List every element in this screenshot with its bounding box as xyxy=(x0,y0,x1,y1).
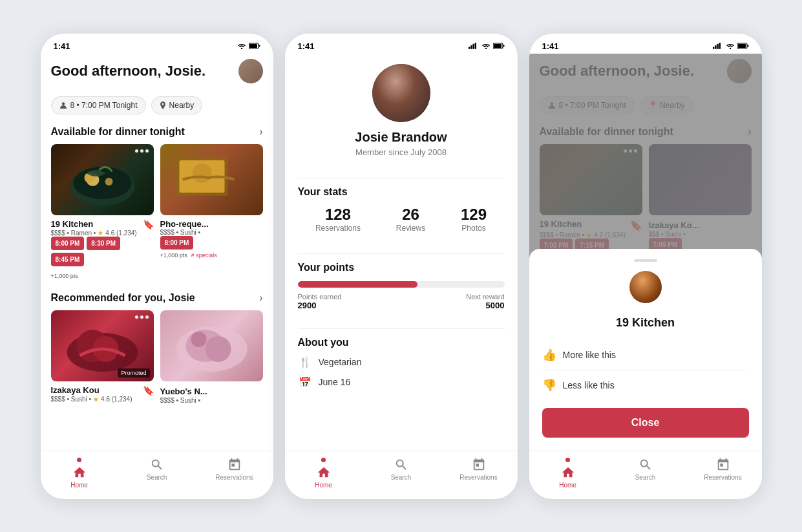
svg-point-18 xyxy=(205,336,231,362)
stat-photos: 129 Photos xyxy=(461,206,487,233)
home-screen: Good afternoon, Josie. 8 • 7:00 PM Tonig… xyxy=(41,54,273,404)
status-time-1: 1:41 xyxy=(54,41,70,51)
pho-illustration xyxy=(160,144,263,215)
svg-point-19 xyxy=(191,332,206,347)
wifi-icon-2 xyxy=(481,43,491,49)
close-button[interactable]: Close xyxy=(542,408,749,438)
status-bar-2: 1:41 xyxy=(285,34,518,54)
stat-label-reservations: Reservations xyxy=(315,224,361,233)
time-8pm[interactable]: 8:00 PM xyxy=(51,237,85,250)
points-earned-val: 2900 xyxy=(298,301,342,310)
nav-search-1[interactable]: Search xyxy=(118,458,196,489)
nav-home-label-3: Home xyxy=(559,482,576,489)
guests-filter[interactable]: 8 • 7:00 PM Tonight xyxy=(51,96,146,114)
profile-avatar xyxy=(372,64,430,122)
avatar-1[interactable] xyxy=(238,59,263,83)
home-icon-3 xyxy=(561,465,575,480)
nav-home-1[interactable]: Home xyxy=(41,458,118,489)
nav-reservations-label-1: Reservations xyxy=(215,474,253,481)
more-like-this-action[interactable]: 👍 More like this xyxy=(542,340,749,370)
calendar-icon-1 xyxy=(227,458,242,472)
svg-rect-26 xyxy=(503,45,504,47)
card-image-izakaya: Promoted xyxy=(51,310,154,381)
nav-reservations-3[interactable]: Reservations xyxy=(684,458,762,489)
section1-header: Available for dinner tonight › xyxy=(51,126,263,138)
dot3-iz xyxy=(145,315,149,319)
nav-reservations-1[interactable]: Reservations xyxy=(196,458,273,489)
about-vegetarian: 🍴 Vegetarian xyxy=(298,356,505,368)
search-icon-3 xyxy=(638,458,653,472)
time-845pm[interactable]: 8:45 PM xyxy=(51,253,85,266)
card-image-ramen xyxy=(51,144,154,215)
dot1 xyxy=(135,149,138,153)
filter-row-1: 8 • 7:00 PM Tonight Nearby xyxy=(51,96,263,114)
avatar-img-1 xyxy=(238,59,263,83)
svg-point-32 xyxy=(729,48,730,49)
nav-search-label-3: Search xyxy=(635,474,656,481)
promoted-badge-izakaya: Promoted xyxy=(118,368,149,378)
svg-point-24 xyxy=(485,48,486,49)
time-8pm-pho[interactable]: 8:00 PM xyxy=(160,236,194,250)
profile-avatar-inner xyxy=(372,64,430,122)
nav-search-2[interactable]: Search xyxy=(363,458,440,489)
nav-home-2[interactable]: Home xyxy=(285,458,363,489)
section2-arrow[interactable]: › xyxy=(259,292,262,304)
nav-home-label-1: Home xyxy=(70,482,88,489)
card-dots-1 xyxy=(135,149,149,153)
card-name-yuebo: Yuebo's N... xyxy=(160,387,207,396)
home-icon-1 xyxy=(72,465,87,480)
nav-reservations-label-3: Reservations xyxy=(704,474,741,481)
card-dots-izakaya xyxy=(135,315,149,319)
nav-home-3[interactable]: Home xyxy=(529,458,607,489)
stat-number-reservations: 128 xyxy=(315,206,361,224)
svg-rect-29 xyxy=(715,45,716,49)
phone-home: 1:41 Good afternoon, Josie. xyxy=(41,34,273,499)
divider-3 xyxy=(298,328,505,329)
about-diet: Vegetarian xyxy=(319,357,362,367)
status-icons-1 xyxy=(237,43,260,49)
bottom-nav-3: Home Search Reservations xyxy=(529,451,762,499)
battery-icon-3 xyxy=(737,43,749,49)
divider-1 xyxy=(298,178,505,178)
status-time-3: 1:41 xyxy=(542,41,559,51)
card-meta-izakaya: $$$$ • Sushi • ★ 4.6 (1,234) xyxy=(51,396,154,403)
overlay-img-wrapper xyxy=(542,271,749,310)
dot3 xyxy=(145,149,149,153)
search-icon-2 xyxy=(394,458,408,472)
signal-icon-3 xyxy=(713,43,723,49)
restaurant-cards-row2: Promoted Izakaya Kou 🔖 xyxy=(51,310,263,404)
pts-pho: +1,000 pts xyxy=(160,252,187,259)
location-label: Nearby xyxy=(169,101,195,110)
time-830pm[interactable]: 8:30 PM xyxy=(87,237,120,250)
screens-container: 1:41 Good afternoon, Josie. xyxy=(41,34,762,499)
less-like-this-action[interactable]: 👎 Less like this xyxy=(542,370,749,400)
points-section: Your points Points earned 2900 Next rewa… xyxy=(298,262,505,310)
location-filter[interactable]: Nearby xyxy=(151,96,203,114)
restaurant-card-yuebo: Yuebo's N... $$$$ • Sushi • xyxy=(160,310,263,404)
svg-rect-31 xyxy=(719,43,720,49)
nav-dot-home xyxy=(77,458,81,462)
battery-icon-1 xyxy=(249,43,260,49)
status-icons-2 xyxy=(469,43,505,49)
points-next-label: Next reward xyxy=(466,293,504,301)
nav-search-3[interactable]: Search xyxy=(607,458,684,489)
fork-icon: 🍴 xyxy=(298,356,312,368)
nav-reservations-2[interactable]: Reservations xyxy=(440,458,518,489)
restaurant-cards-row1: 19 Kitchen 🔖 $$$$ • Ramen • ★ 4.6 (1,234… xyxy=(51,144,263,281)
time-buttons-19kitchen: 8:00 PM 8:30 PM 8:45 PM xyxy=(51,237,154,266)
status-bar-3: 1:41 xyxy=(529,34,762,54)
greeting-row-1: Good afternoon, Josie. xyxy=(51,54,263,89)
bookmark-19kitchen[interactable]: 🔖 xyxy=(143,219,154,229)
stat-reservations: 128 Reservations xyxy=(315,206,361,233)
greeting-text-1: Good afternoon, Josie. xyxy=(51,63,206,80)
status-bar-1: 1:41 xyxy=(41,34,273,54)
time-buttons-pho: 8:00 PM xyxy=(160,236,263,250)
wifi-icon-1 xyxy=(237,43,246,49)
card-name-izakaya: Izakaya Kou xyxy=(51,385,100,395)
nav-search-label-2: Search xyxy=(391,474,412,481)
svg-rect-22 xyxy=(472,44,474,49)
svg-rect-30 xyxy=(717,44,718,49)
bookmark-izakaya[interactable]: 🔖 xyxy=(143,385,154,396)
profile-screen: Josie Brandow Member since July 2008 You… xyxy=(285,54,518,396)
section1-arrow[interactable]: › xyxy=(259,126,262,138)
